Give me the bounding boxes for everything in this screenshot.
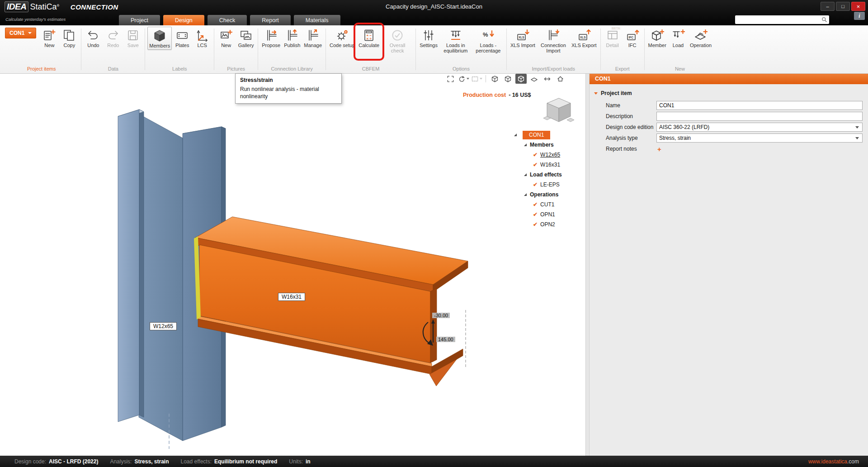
prop-name-input[interactable] [656,101,863,110]
propose-icon [264,29,278,42]
data-undo-button[interactable]: Undo [84,27,103,49]
new-operation-button[interactable]: Operation [689,27,713,49]
new-member-button[interactable]: Member [647,27,668,49]
prop-report-notes-add-button[interactable]: + [657,145,661,153]
expander-icon[interactable] [524,143,527,147]
tree-item-label[interactable]: W12x65 [540,152,560,158]
maximize-button[interactable]: □ [836,2,850,11]
chevron-down-icon [594,92,598,95]
home-view-icon[interactable] [555,74,566,84]
chevron-down-icon [480,78,482,80]
options-loads-in-equilibrium-button[interactable]: Loads in equilibrium [440,27,472,54]
zoom-window-icon[interactable] [471,74,482,84]
checkmark-icon[interactable]: ✔ [533,212,538,217]
tree-item-label[interactable]: OPN2 [540,221,555,228]
options-loads-percentage-button[interactable]: %Loads - percentage [472,27,504,54]
import-export-loads-xls-import-button[interactable]: XLSXLS Import [509,27,537,49]
viewport-3d[interactable]: Production cost- 16 US$ CON1Members✔W12x… [0,73,585,456]
website-link[interactable]: www.ideastatica.com [808,458,859,465]
tab-project[interactable]: Project [119,15,160,25]
search-icon[interactable] [821,17,827,23]
checkmark-icon[interactable]: ✔ [533,202,538,207]
shaded-view-icon[interactable] [515,74,527,84]
connection-library-manage-button[interactable]: Manage [302,27,323,49]
member-icon [651,29,664,42]
section-project-item[interactable]: Project item [594,90,868,96]
export-ifc-button[interactable]: IFCIFC [623,27,642,49]
tab-report[interactable]: Report [250,15,291,25]
tree-item-w16x31[interactable]: ✔W16x31 [511,160,585,170]
tree-item-label[interactable]: W16x31 [540,162,560,168]
website-main: www.ideastatica [808,458,847,465]
prop-row-description: Description [590,111,868,122]
expander-icon[interactable] [514,133,517,137]
xls-export-icon: XLS [577,29,591,42]
checkmark-icon[interactable]: ✔ [533,222,538,227]
navigation-cube[interactable] [542,95,576,128]
search-input[interactable] [735,16,821,23]
tree-item-label[interactable]: LE-EPS [540,181,560,188]
checkmark-icon[interactable]: ✔ [533,162,538,167]
beam-3d[interactable] [195,217,468,386]
tree-group-label[interactable]: Operations [530,191,558,198]
button-label: Members [149,43,170,48]
checkmark-icon[interactable]: ✔ [533,152,538,157]
expander-icon[interactable] [524,193,527,196]
tab-design[interactable]: Design [163,15,204,25]
tree-group-label[interactable]: Load effects [530,172,562,178]
redo-icon [106,29,120,42]
close-button[interactable]: × [851,2,865,11]
tree-group-label[interactable]: Members [530,142,554,148]
info-button[interactable]: i [854,12,865,20]
chevron-down-icon [855,126,859,129]
prop-design-code-edition-select[interactable]: AISC 360-22 (LRFD) [656,123,863,132]
members-toggle-icon[interactable] [542,74,553,84]
tree-item-le-eps[interactable]: ✔LE-EPS [511,180,585,190]
structure-tree: CON1Members✔W12x65✔W16x31Load effects✔LE… [511,130,585,229]
labels-plates-button[interactable]: Plates [173,27,192,49]
tree-item-cut1[interactable]: ✔CUT1 [511,200,585,210]
tree-root-item[interactable]: CON1 [523,131,550,139]
operation-icon [694,29,708,42]
labels-lcs-button[interactable]: LCS [193,27,212,49]
calculate-tooltip: Stress/strain Run nonlinear analysis - m… [235,73,342,104]
tree-item-label[interactable]: CUT1 [540,201,554,208]
svg-text:IFC: IFC [628,36,633,39]
prop-description-input[interactable] [656,112,863,121]
project-item-selector[interactable]: CON1 [5,28,36,38]
minimize-button[interactable]: – [821,2,835,11]
rotate-view-icon[interactable] [458,74,469,84]
tree-item-opn1[interactable]: ✔OPN1 [511,210,585,219]
wireframe-view-icon[interactable] [489,74,500,84]
tree-item-w12x65[interactable]: ✔W12x65 [511,150,585,160]
checkmark-icon[interactable]: ✔ [533,182,538,187]
connection-library-propose-button[interactable]: Propose [260,27,282,49]
pictures-new-button[interactable]: New [217,27,236,49]
tree-item-opn2[interactable]: ✔OPN2 [511,219,585,229]
pictures-gallery-button[interactable]: Gallery [236,27,255,49]
connection-library-publish-button[interactable]: Publish [283,27,302,49]
labels-members-button[interactable]: Members [147,27,172,50]
cbfem-calculate-button[interactable]: +−×÷Calculate [357,27,381,49]
plates-toggle-icon[interactable] [528,74,540,84]
prop-row-design-code-edition: Design code editionAISC 360-22 (LRFD) [590,122,868,133]
expander-icon[interactable] [524,173,527,176]
prop-label: Name [606,102,656,109]
fit-view-icon[interactable] [445,74,456,84]
options-settings-button[interactable]: Settings [418,27,439,49]
button-label: Member [648,43,666,48]
solid-view-icon[interactable] [502,74,514,84]
cbfem-code-setup-button[interactable]: Code setup [328,27,356,49]
tree-item-label[interactable]: OPN1 [540,211,555,218]
tab-materials[interactable]: Materials [294,15,340,25]
panel-splitter[interactable] [585,73,590,456]
project-items-new-button[interactable]: New [40,27,59,49]
import-export-loads-xls-export-button[interactable]: XLSXLS Export [570,27,598,49]
new-load-button[interactable]: Load [669,27,688,49]
prop-analysis-type-select[interactable]: Stress, strain [656,133,863,143]
import-export-loads-connection-import-button[interactable]: Connection Import [538,27,569,54]
tooltip-body: Run nonlinear analysis - material nonlin… [240,86,337,100]
tab-check[interactable]: Check [208,15,247,25]
project-items-copy-button[interactable]: Copy [60,27,79,49]
ribbon-group-label: Import/Export loads [532,66,575,73]
